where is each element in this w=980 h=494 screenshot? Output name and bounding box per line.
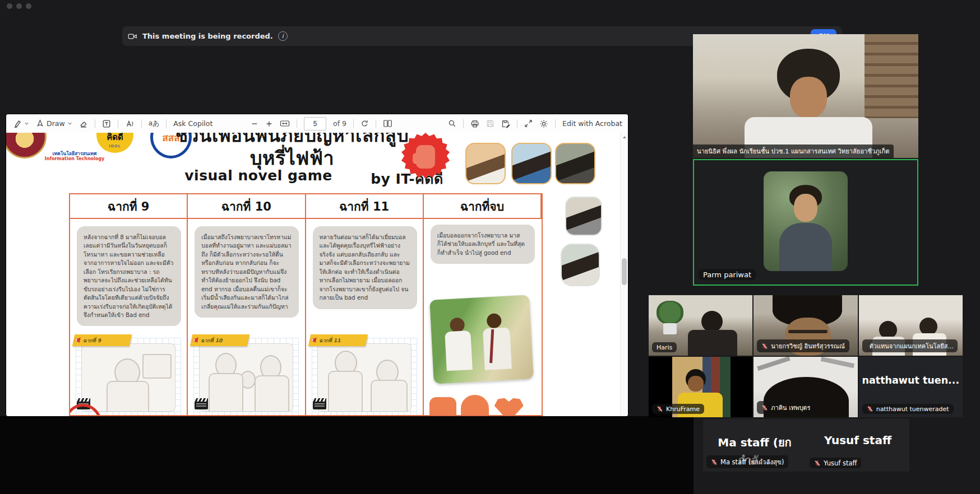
participant-name: ตัวแทนจากแผนกเทคโนโลยีส... bbox=[870, 341, 954, 351]
scene-header: ฉากที่ 10 bbox=[188, 194, 306, 219]
settings-icon bbox=[539, 119, 548, 128]
translate-button[interactable]: aあ bbox=[149, 119, 160, 128]
page-view-button[interactable] bbox=[383, 119, 392, 128]
page-total-label: of 9 bbox=[333, 119, 346, 128]
person-face bbox=[790, 77, 827, 118]
pdf-scrollbar[interactable] bbox=[620, 133, 628, 416]
window-controls bbox=[7, 3, 31, 9]
scene-ribbon-label: ฉากที่ 11 bbox=[318, 337, 341, 344]
gallery-strip: Haris นายกรวิชญ์ อินทร์สุวรรณณ์ ตัวแทนจา… bbox=[649, 295, 963, 417]
participant-name: Yusuf staff bbox=[824, 459, 857, 467]
participant-name-label: Haris bbox=[652, 342, 677, 352]
video-tile-it-representative[interactable]: ตัวแทนจากแผนกเทคโนโลยีส... bbox=[859, 295, 963, 356]
participant-name-label: นายนิธิศ พึ่งผล นักเรียนชั้น ปวช.1 แผนกส… bbox=[693, 145, 894, 158]
print-button[interactable] bbox=[470, 119, 479, 128]
window-control-dot[interactable] bbox=[26, 3, 31, 9]
desktop-background bbox=[0, 416, 694, 494]
scene-header: ฉากที่ 11 bbox=[306, 194, 424, 219]
member-photo bbox=[555, 143, 595, 184]
window-control-dot[interactable] bbox=[16, 3, 22, 9]
pdf-scrollbar-thumb[interactable] bbox=[622, 258, 627, 285]
scene-cell: หลายวันต่อมามาสก็ได้มาเยี่ยมบอล และได้พู… bbox=[306, 219, 424, 415]
search-button[interactable] bbox=[448, 119, 456, 128]
add-text-button[interactable] bbox=[102, 119, 111, 128]
settings-button[interactable] bbox=[539, 119, 548, 128]
search-icon bbox=[448, 119, 456, 128]
info-icon[interactable]: i bbox=[278, 31, 288, 41]
video-tile-ma-staff[interactable]: Ma staff (ยกกำลั... Ma staff (ยกกำลังสุข… bbox=[703, 419, 806, 472]
zoom-in-button[interactable] bbox=[265, 120, 273, 128]
ceiling-beam-decor bbox=[821, 357, 854, 368]
print-icon bbox=[470, 119, 479, 128]
participant-name: Parm pariwat bbox=[703, 271, 751, 279]
scene-ribbon: ฉากที่ 9 bbox=[72, 334, 132, 346]
pdf-page[interactable]: เทคโนโลยีสารสนเทศ Information Technology… bbox=[6, 133, 628, 416]
member-photo bbox=[465, 143, 506, 184]
video-tile-khruframe[interactable]: KhruFrame bbox=[649, 357, 752, 417]
participant-name: Ma staff (ยกกำลังสุข) bbox=[720, 457, 784, 467]
scene-ribbon-label: ฉากที่ 10 bbox=[201, 337, 224, 344]
plant-pot-decor bbox=[663, 323, 677, 334]
page-number-input[interactable] bbox=[304, 117, 326, 131]
fit-width-button[interactable] bbox=[280, 119, 290, 128]
video-tile-parm[interactable]: Parm pariwat bbox=[693, 159, 918, 286]
plant-decor bbox=[657, 301, 683, 324]
scene-description: เมื่อบอลออกจากโรงพยาบาล มาสก็ได้ช่วยให้บ… bbox=[431, 225, 535, 264]
fullscreen-icon bbox=[524, 119, 533, 128]
save-as-button[interactable] bbox=[501, 119, 510, 128]
scene-sketch: ฉากที่ 10 bbox=[193, 338, 299, 415]
pdf-toolbar: Draw aあ Ask Copilot bbox=[6, 114, 628, 133]
save-button[interactable] bbox=[486, 119, 494, 128]
eraser-button[interactable] bbox=[79, 119, 88, 128]
gallery-bottom-row: Ma staff (ยกกำลั... Ma staff (ยกกำลังสุข… bbox=[703, 419, 909, 472]
scene-ribbon: ฉากที่ 11 bbox=[308, 334, 367, 346]
muted-mic-icon bbox=[814, 460, 821, 467]
muted-mic-icon bbox=[657, 406, 663, 412]
video-tile-korawit[interactable]: นายกรวิชญ์ อินทร์สุวรรณณ์ bbox=[754, 295, 857, 356]
participant-name-label: นายกรวิชญ์ อินทร์สุวรรณณ์ bbox=[757, 339, 849, 352]
window-control-dot[interactable] bbox=[7, 3, 12, 9]
read-aloud-icon bbox=[125, 119, 135, 128]
scene-description: เมื่อมาสถึงโรงพยาบาลเขาโทรหาแม่บอลที่ทำง… bbox=[195, 226, 299, 318]
rotate-button[interactable] bbox=[360, 119, 369, 128]
video-tile-haris[interactable]: Haris bbox=[649, 295, 752, 356]
doc-subtitle: visual novel game bbox=[174, 167, 343, 184]
highlighter-button[interactable] bbox=[13, 119, 29, 128]
zoom-out-button[interactable] bbox=[251, 120, 258, 128]
participant-name: natthawut tuenweradet bbox=[876, 406, 949, 413]
edit-with-acrobat-button[interactable]: Edit with Acrobat bbox=[562, 119, 622, 128]
member-photo bbox=[511, 143, 552, 184]
scroll-up-arrow-icon[interactable] bbox=[622, 135, 627, 139]
kiddee-sub-label: IDOL bbox=[109, 144, 121, 148]
page-view-icon bbox=[383, 119, 392, 128]
participant-name: KhruFrame bbox=[666, 406, 700, 413]
draw-button[interactable]: Draw bbox=[36, 119, 72, 128]
video-tile-nithit[interactable]: นายนิธิศ พึ่งผล นักเรียนชั้น ปวช.1 แผนกส… bbox=[693, 34, 918, 158]
participant-name-label: Ma staff (ยกกำลังสุข) bbox=[706, 455, 788, 468]
person-head bbox=[701, 311, 723, 332]
video-tile-natthawut[interactable]: natthawut tuen... natthawut tuenweradet bbox=[859, 357, 963, 417]
participant-name-label: natthawut tuenweradet bbox=[862, 404, 954, 414]
zoom-out-icon bbox=[251, 120, 258, 128]
it-dept-logo bbox=[51, 133, 96, 150]
ask-copilot-button[interactable]: Ask Copilot bbox=[173, 119, 212, 128]
scene-description: หลายวันต่อมามาสก็ได้มาเยี่ยมบอล และได้พู… bbox=[313, 226, 417, 309]
read-aloud-button[interactable] bbox=[125, 119, 135, 128]
scene-ribbon-label: ฉากที่ 9 bbox=[83, 337, 103, 344]
fullscreen-button[interactable] bbox=[524, 119, 533, 128]
megaphone-icon bbox=[192, 336, 201, 344]
participant-name-label: ภาคิน เทพบุตร bbox=[757, 401, 815, 414]
scene-ribbon: ฉากที่ 10 bbox=[190, 334, 249, 346]
translate-label: aあ bbox=[149, 119, 160, 128]
orange-ribbon-graphic bbox=[461, 395, 489, 415]
kiddee-label: คิดดี bbox=[107, 133, 123, 144]
video-tile-pakin[interactable]: ภาคิน เทพบุตร bbox=[754, 357, 857, 417]
orange-hands-graphic bbox=[429, 397, 456, 415]
pen-icon bbox=[36, 119, 44, 128]
scene-header: ฉากที่จบ bbox=[424, 194, 542, 219]
video-tile-yusuf-staff[interactable]: Yusuf staff Yusuf staff bbox=[806, 419, 909, 472]
ceiling-beam-decor bbox=[757, 357, 791, 371]
participant-name-label: Yusuf staff bbox=[810, 458, 861, 468]
scene-cell: หลังจากฉากที่ 8 มาสก็ไม่เจอบอล เลยแต่ว่า… bbox=[70, 219, 188, 415]
chevron-down-icon bbox=[67, 121, 72, 126]
